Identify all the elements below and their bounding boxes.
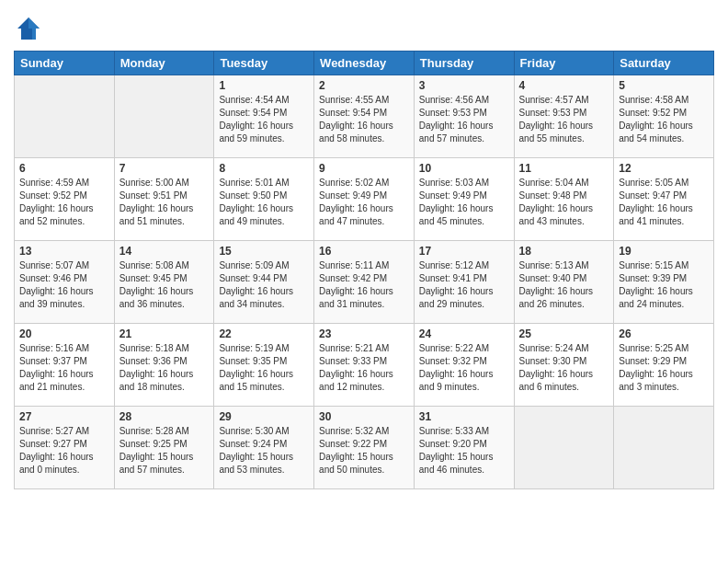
calendar-cell: 1Sunrise: 4:54 AM Sunset: 9:54 PM Daylig… [214, 75, 314, 158]
day-number: 28 [119, 410, 210, 423]
page: SundayMondayTuesdayWednesdayThursdayFrid… [0, 0, 728, 563]
calendar-cell: 19Sunrise: 5:15 AM Sunset: 9:39 PM Dayli… [614, 241, 714, 324]
weekday-header-row: SundayMondayTuesdayWednesdayThursdayFrid… [15, 52, 714, 75]
weekday-header-monday: Monday [114, 52, 214, 75]
calendar-cell: 16Sunrise: 5:11 AM Sunset: 9:42 PM Dayli… [314, 241, 415, 324]
day-info: Sunrise: 5:24 AM Sunset: 9:30 PM Dayligh… [519, 342, 609, 394]
day-number: 31 [419, 410, 509, 423]
day-info: Sunrise: 5:28 AM Sunset: 9:25 PM Dayligh… [119, 425, 210, 477]
day-number: 6 [19, 162, 109, 175]
day-info: Sunrise: 4:58 AM Sunset: 9:52 PM Dayligh… [619, 94, 709, 145]
calendar-cell: 10Sunrise: 5:03 AM Sunset: 9:49 PM Dayli… [414, 158, 514, 241]
calendar-cell [614, 407, 714, 489]
day-number: 21 [119, 327, 210, 340]
calendar-cell: 20Sunrise: 5:16 AM Sunset: 9:37 PM Dayli… [15, 324, 115, 407]
day-number: 26 [619, 327, 709, 340]
week-row-5: 27Sunrise: 5:27 AM Sunset: 9:27 PM Dayli… [15, 407, 714, 489]
calendar-cell: 18Sunrise: 5:13 AM Sunset: 9:40 PM Dayli… [514, 241, 614, 324]
day-info: Sunrise: 5:27 AM Sunset: 9:27 PM Dayligh… [19, 425, 109, 477]
calendar-cell: 31Sunrise: 5:33 AM Sunset: 9:20 PM Dayli… [414, 407, 514, 489]
day-number: 14 [119, 245, 210, 258]
calendar-cell [114, 75, 214, 158]
weekday-header-friday: Friday [514, 52, 614, 75]
day-info: Sunrise: 5:13 AM Sunset: 9:40 PM Dayligh… [519, 259, 609, 311]
calendar-cell: 29Sunrise: 5:30 AM Sunset: 9:24 PM Dayli… [214, 407, 314, 489]
day-number: 9 [319, 162, 409, 175]
day-number: 3 [419, 79, 509, 92]
day-number: 10 [419, 162, 509, 175]
day-number: 1 [219, 79, 309, 92]
calendar-cell: 2Sunrise: 4:55 AM Sunset: 9:54 PM Daylig… [314, 75, 415, 158]
week-row-2: 6Sunrise: 4:59 AM Sunset: 9:52 PM Daylig… [15, 158, 714, 241]
calendar-cell: 25Sunrise: 5:24 AM Sunset: 9:30 PM Dayli… [514, 324, 614, 407]
logo [14, 14, 47, 43]
calendar-cell: 9Sunrise: 5:02 AM Sunset: 9:49 PM Daylig… [314, 158, 415, 241]
day-info: Sunrise: 5:11 AM Sunset: 9:42 PM Dayligh… [319, 259, 409, 311]
day-info: Sunrise: 5:07 AM Sunset: 9:46 PM Dayligh… [19, 259, 109, 311]
calendar-cell: 22Sunrise: 5:19 AM Sunset: 9:35 PM Dayli… [214, 324, 314, 407]
day-info: Sunrise: 5:16 AM Sunset: 9:37 PM Dayligh… [19, 342, 109, 394]
day-number: 4 [519, 79, 609, 92]
calendar-cell: 7Sunrise: 5:00 AM Sunset: 9:51 PM Daylig… [114, 158, 214, 241]
calendar-cell: 23Sunrise: 5:21 AM Sunset: 9:33 PM Dayli… [314, 324, 415, 407]
day-info: Sunrise: 5:05 AM Sunset: 9:47 PM Dayligh… [619, 177, 709, 228]
day-info: Sunrise: 5:02 AM Sunset: 9:49 PM Dayligh… [319, 177, 409, 228]
calendar-cell: 8Sunrise: 5:01 AM Sunset: 9:50 PM Daylig… [214, 158, 314, 241]
day-info: Sunrise: 5:03 AM Sunset: 9:49 PM Dayligh… [419, 177, 509, 228]
week-row-3: 13Sunrise: 5:07 AM Sunset: 9:46 PM Dayli… [15, 241, 714, 324]
calendar-cell: 21Sunrise: 5:18 AM Sunset: 9:36 PM Dayli… [114, 324, 214, 407]
day-info: Sunrise: 5:15 AM Sunset: 9:39 PM Dayligh… [619, 259, 709, 311]
calendar-cell: 26Sunrise: 5:25 AM Sunset: 9:29 PM Dayli… [614, 324, 714, 407]
weekday-header-wednesday: Wednesday [314, 52, 415, 75]
day-number: 23 [319, 327, 409, 340]
calendar-cell: 17Sunrise: 5:12 AM Sunset: 9:41 PM Dayli… [414, 241, 514, 324]
day-info: Sunrise: 5:09 AM Sunset: 9:44 PM Dayligh… [219, 259, 309, 311]
weekday-header-sunday: Sunday [15, 52, 115, 75]
day-info: Sunrise: 4:55 AM Sunset: 9:54 PM Dayligh… [319, 94, 409, 145]
day-info: Sunrise: 5:12 AM Sunset: 9:41 PM Dayligh… [419, 259, 509, 311]
day-number: 16 [319, 245, 409, 258]
day-number: 2 [319, 79, 409, 92]
logo-icon [14, 14, 43, 43]
day-number: 5 [619, 79, 709, 92]
day-info: Sunrise: 5:30 AM Sunset: 9:24 PM Dayligh… [219, 425, 309, 477]
day-number: 12 [619, 162, 709, 175]
day-info: Sunrise: 5:00 AM Sunset: 9:51 PM Dayligh… [119, 177, 210, 228]
day-info: Sunrise: 5:08 AM Sunset: 9:45 PM Dayligh… [119, 259, 210, 311]
calendar-cell: 11Sunrise: 5:04 AM Sunset: 9:48 PM Dayli… [514, 158, 614, 241]
week-row-1: 1Sunrise: 4:54 AM Sunset: 9:54 PM Daylig… [15, 75, 714, 158]
calendar-cell: 28Sunrise: 5:28 AM Sunset: 9:25 PM Dayli… [114, 407, 214, 489]
day-info: Sunrise: 5:04 AM Sunset: 9:48 PM Dayligh… [519, 177, 609, 228]
day-number: 17 [419, 245, 509, 258]
calendar-cell: 14Sunrise: 5:08 AM Sunset: 9:45 PM Dayli… [114, 241, 214, 324]
day-info: Sunrise: 5:19 AM Sunset: 9:35 PM Dayligh… [219, 342, 309, 394]
calendar-cell: 12Sunrise: 5:05 AM Sunset: 9:47 PM Dayli… [614, 158, 714, 241]
day-info: Sunrise: 5:21 AM Sunset: 9:33 PM Dayligh… [319, 342, 409, 394]
day-number: 15 [219, 245, 309, 258]
day-number: 30 [319, 410, 409, 423]
calendar-cell: 5Sunrise: 4:58 AM Sunset: 9:52 PM Daylig… [614, 75, 714, 158]
calendar-cell [514, 407, 614, 489]
calendar-table: SundayMondayTuesdayWednesdayThursdayFrid… [14, 51, 714, 489]
day-number: 25 [519, 327, 609, 340]
day-info: Sunrise: 5:18 AM Sunset: 9:36 PM Dayligh… [119, 342, 210, 394]
day-info: Sunrise: 4:56 AM Sunset: 9:53 PM Dayligh… [419, 94, 509, 145]
weekday-header-saturday: Saturday [614, 52, 714, 75]
day-number: 8 [219, 162, 309, 175]
day-number: 27 [19, 410, 109, 423]
day-info: Sunrise: 4:59 AM Sunset: 9:52 PM Dayligh… [19, 177, 109, 228]
day-number: 18 [519, 245, 609, 258]
day-number: 22 [219, 327, 309, 340]
day-number: 24 [419, 327, 509, 340]
header [14, 9, 714, 43]
day-info: Sunrise: 5:22 AM Sunset: 9:32 PM Dayligh… [419, 342, 509, 394]
day-info: Sunrise: 5:01 AM Sunset: 9:50 PM Dayligh… [219, 177, 309, 228]
calendar-cell: 30Sunrise: 5:32 AM Sunset: 9:22 PM Dayli… [314, 407, 415, 489]
calendar-cell: 24Sunrise: 5:22 AM Sunset: 9:32 PM Dayli… [414, 324, 514, 407]
day-number: 19 [619, 245, 709, 258]
day-info: Sunrise: 5:33 AM Sunset: 9:20 PM Dayligh… [419, 425, 509, 477]
day-info: Sunrise: 5:25 AM Sunset: 9:29 PM Dayligh… [619, 342, 709, 394]
calendar-cell: 4Sunrise: 4:57 AM Sunset: 9:53 PM Daylig… [514, 75, 614, 158]
day-info: Sunrise: 5:32 AM Sunset: 9:22 PM Dayligh… [319, 425, 409, 477]
day-number: 13 [19, 245, 109, 258]
